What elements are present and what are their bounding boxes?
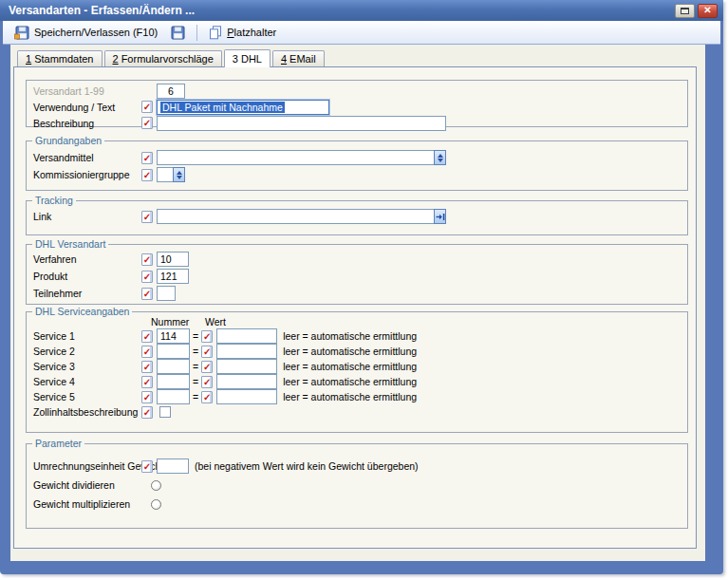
check-icon[interactable]: ✓ <box>141 391 153 403</box>
check-icon[interactable]: ✓ <box>201 346 213 358</box>
check-icon[interactable]: ✓ <box>141 169 153 181</box>
service-label: Service 3 <box>33 361 141 372</box>
save-button[interactable] <box>164 23 192 42</box>
service-wert-input[interactable] <box>216 389 277 404</box>
kommissioniergruppe-input[interactable] <box>157 167 173 182</box>
group-legend: DHL Serviceangaben <box>32 306 132 317</box>
copy-pages-icon <box>209 26 222 40</box>
group-tracking: Tracking Link ✓ <box>26 200 688 235</box>
check-icon[interactable]: ✓ <box>201 330 213 343</box>
service-row: Service 3 ✓ = ✓ leer = automatische ermi… <box>27 359 687 374</box>
group-stamm: Versandart 1-99 Verwendung / Text ✓ DHL … <box>26 80 688 127</box>
save-icon <box>171 26 185 40</box>
service-nummer-input[interactable] <box>157 328 190 344</box>
verwendung-label: Verwendung / Text <box>33 102 141 113</box>
minimize-button[interactable] <box>675 4 695 18</box>
check-icon[interactable]: ✓ <box>201 391 213 403</box>
check-icon[interactable]: ✓ <box>141 376 153 388</box>
umrechnungseinheit-label: Umrechnungseinheit Gewicht <box>33 460 141 472</box>
equals-sign: = <box>193 361 198 372</box>
check-icon[interactable]: ✓ <box>141 330 153 343</box>
group-dhl-serviceangaben: DHL Serviceangaben Nummer Wert Service 1… <box>26 311 688 433</box>
service-label: Service 1 <box>33 330 141 342</box>
versandmittel-input[interactable] <box>157 150 434 165</box>
service-hint: leer = automatische ermittlung <box>283 391 417 402</box>
check-icon[interactable]: ✓ <box>141 253 153 266</box>
selected-text: DHL Paket mit Nachnahme <box>160 102 285 113</box>
check-icon[interactable]: ✓ <box>201 376 213 388</box>
service-wert-input[interactable] <box>216 359 277 374</box>
verwendung-input[interactable]: DHL Paket mit Nachnahme <box>157 100 329 115</box>
check-icon[interactable]: ✓ <box>141 460 153 473</box>
check-icon[interactable]: ✓ <box>141 271 153 283</box>
beschreibung-input[interactable] <box>157 116 446 131</box>
titlebar[interactable]: Versandarten - Erfassen/Ändern ... ✕ <box>0 0 723 21</box>
gewicht-multiplizieren-radio[interactable] <box>151 499 161 510</box>
tab-dhl[interactable]: 3DHL <box>224 49 271 67</box>
spinner-button[interactable] <box>173 167 185 182</box>
check-icon[interactable]: ✓ <box>141 152 153 164</box>
service-row: Service 1 ✓ = ✓ leer = automatische ermi… <box>27 328 687 344</box>
open-link-button[interactable] <box>434 209 446 224</box>
check-icon[interactable]: ✓ <box>141 346 153 358</box>
teilnehmer-input[interactable] <box>157 286 176 301</box>
group-legend: DHL Versandart <box>32 238 108 250</box>
check-icon[interactable]: ✓ <box>141 288 153 300</box>
link-label: Link <box>33 211 141 222</box>
link-input[interactable] <box>157 209 434 224</box>
teilnehmer-label: Teilnehmer <box>33 288 141 299</box>
column-wert: Wert <box>205 316 226 328</box>
client-area: 1Stammdaten 2Formularvorschläge 3DHL 4EM… <box>10 45 705 561</box>
produkt-label: Produkt <box>33 271 141 282</box>
versandart-input[interactable] <box>157 84 185 99</box>
gewicht-dividieren-radio[interactable] <box>151 480 161 491</box>
service-nummer-input[interactable] <box>157 344 190 359</box>
link-combo[interactable] <box>157 209 446 224</box>
service-wert-input[interactable] <box>216 374 277 389</box>
window-controls: ✕ <box>675 4 718 18</box>
close-button[interactable]: ✕ <box>698 4 718 18</box>
kommissioniergruppe-label: Kommissioniergruppe <box>33 169 141 180</box>
check-icon[interactable]: ✓ <box>141 361 153 373</box>
service-row: Service 5 ✓ = ✓ leer = automatische ermi… <box>27 389 687 404</box>
equals-sign: = <box>193 330 198 342</box>
group-grundangaben: Grundangaben Versandmittel ✓ Kommissioni… <box>26 140 688 191</box>
tab-formularvorschlaege[interactable]: 2Formularvorschläge <box>104 50 222 66</box>
beschreibung-label: Beschreibung <box>33 118 141 129</box>
kommissioniergruppe-combo[interactable] <box>157 167 185 182</box>
group-parameter: Parameter Umrechnungseinheit Gewicht ✓ (… <box>26 443 688 529</box>
equals-sign: = <box>193 376 198 387</box>
column-nummer: Nummer <box>151 316 205 328</box>
service-label: Service 4 <box>33 376 141 387</box>
service-wert-input[interactable] <box>216 328 277 344</box>
service-nummer-input[interactable] <box>157 389 190 404</box>
service-wert-input[interactable] <box>216 344 277 359</box>
service-nummer-input[interactable] <box>157 359 190 374</box>
platzhalter-label: Platzhalter <box>227 27 276 38</box>
check-icon[interactable]: ✓ <box>141 117 153 129</box>
toolbar: Speichern/Verlassen (F10) Platzhalter <box>3 21 720 45</box>
platzhalter-button[interactable]: Platzhalter <box>202 23 283 42</box>
produkt-input[interactable] <box>157 269 189 284</box>
check-icon[interactable]: ✓ <box>141 211 153 223</box>
tab-email[interactable]: 4EMail <box>272 50 325 66</box>
equals-sign: = <box>193 391 198 402</box>
group-legend: Tracking <box>32 195 76 206</box>
check-icon[interactable]: ✓ <box>201 361 213 373</box>
verfahren-input[interactable] <box>157 252 189 267</box>
umrechnungseinheit-input[interactable] <box>157 458 189 474</box>
arrow-right-icon <box>436 213 445 221</box>
umrechnungseinheit-hint: (bei negativem Wert wird kein Gewicht üb… <box>195 460 419 472</box>
gewicht-dividieren-label: Gewicht dividieren <box>33 479 141 491</box>
versandart-label: Versandart 1-99 <box>33 85 141 97</box>
spinner-button[interactable] <box>434 150 446 165</box>
check-icon[interactable]: ✓ <box>141 101 153 113</box>
service-nummer-input[interactable] <box>157 374 190 389</box>
versandmittel-combo[interactable] <box>157 150 446 165</box>
tab-stammdaten[interactable]: 1Stammdaten <box>17 50 103 66</box>
tab-bar: 1Stammdaten 2Formularvorschläge 3DHL 4EM… <box>17 49 327 66</box>
save-exit-button[interactable]: Speichern/Verlassen (F10) <box>8 23 164 42</box>
zollinhaltsbeschreibung-checkbox[interactable] <box>159 406 171 418</box>
check-icon[interactable]: ✓ <box>141 406 153 419</box>
group-legend: Grundangaben <box>32 135 104 146</box>
